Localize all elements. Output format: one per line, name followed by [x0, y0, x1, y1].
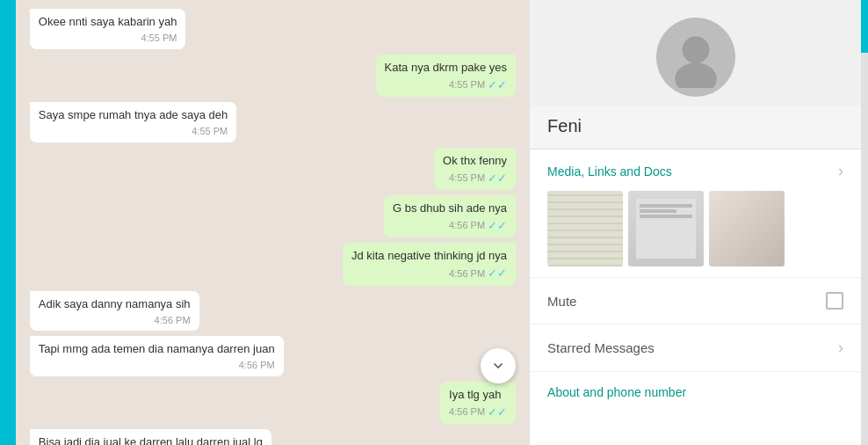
message-bubble-outgoing: Kata nya dkrm pake yes 4:55 PM ✓✓ [376, 55, 516, 97]
avatar-section [530, 0, 861, 106]
message-time: 4:56 PM [155, 314, 191, 327]
chevron-right-icon: › [838, 162, 843, 180]
media-thumbnail[interactable] [628, 191, 704, 266]
table-row: Tapi mmg ada temen dia namanya darren ju… [30, 336, 516, 376]
message-text: Tapi mmg ada temen dia namanya darren ju… [39, 342, 275, 355]
table-row: Ok thx fenny 4:55 PM ✓✓ [30, 148, 516, 190]
message-bubble-incoming: Tapi mmg ada temen dia namanya darren ju… [30, 336, 284, 376]
message-bubble-outgoing: G bs dhub sih ade nya 4:56 PM ✓✓ [384, 195, 516, 237]
mute-checkbox[interactable] [826, 292, 843, 310]
media-row [547, 191, 843, 266]
table-row: Kata nya dkrm pake yes 4:55 PM ✓✓ [30, 55, 516, 97]
read-tick-icon: ✓✓ [488, 77, 507, 93]
table-row: Saya smpe rumah tnya ade saya deh 4:55 P… [30, 102, 516, 142]
avatar [656, 18, 735, 97]
scrollbar-thumb[interactable] [861, 0, 868, 53]
chat-panel: Okee nnti saya kabarin yah 4:55 PM Kata … [16, 0, 530, 445]
chevron-right-icon: › [838, 339, 843, 357]
media-thumbnail[interactable] [709, 191, 785, 266]
message-time: 4:56 PM [239, 359, 275, 372]
message-text: Okee nnti saya kabarin yah [39, 15, 177, 28]
message-time: 4:55 PM [449, 171, 485, 185]
message-text: Jd kita negative thinking jd nya [351, 249, 507, 262]
messages-container[interactable]: Okee nnti saya kabarin yah 4:55 PM Kata … [16, 0, 530, 445]
mute-label: Mute [547, 294, 576, 309]
table-row: Adik saya danny namanya sih 4:56 PM [30, 291, 516, 332]
message-bubble-incoming: Saya smpe rumah tnya ade saya deh 4:55 P… [30, 102, 236, 142]
message-time: 4:56 PM [449, 219, 485, 232]
table-row: Iya tlg yah 4:56 PM ✓✓ [30, 382, 516, 424]
message-time: 4:55 PM [449, 78, 485, 91]
message-text: Saya smpe rumah tnya ade saya deh [39, 108, 228, 121]
right-scrollbar[interactable] [861, 0, 868, 445]
message-time: 4:56 PM [449, 405, 485, 419]
message-text: Iya tlg yah [449, 388, 501, 401]
message-text: Kata nya dkrm pake yes [385, 61, 507, 74]
read-tick-icon: ✓✓ [488, 218, 507, 234]
table-row: G bs dhub sih ade nya 4:56 PM ✓✓ [30, 195, 516, 237]
media-thumbnail[interactable] [547, 191, 623, 266]
table-row: Okee nnti saya kabarin yah 4:55 PM [30, 9, 516, 49]
starred-messages-label: Starred Messages [547, 340, 655, 355]
read-tick-icon: ✓✓ [488, 266, 507, 281]
scroll-down-button[interactable] [481, 348, 516, 383]
message-bubble-outgoing: Jd kita negative thinking jd nya 4:56 PM… [343, 243, 516, 285]
message-time: 4:55 PM [192, 125, 228, 138]
svg-point-1 [675, 62, 717, 88]
message-bubble-outgoing: Iya tlg yah 4:56 PM ✓✓ [440, 382, 516, 424]
message-text: Adik saya danny namanya sih [39, 297, 191, 310]
table-row: Bisa jadi dia jual ke darren lalu darren… [30, 429, 516, 445]
left-accent-bar [0, 0, 16, 445]
message-bubble-outgoing: Ok thx fenny 4:55 PM ✓✓ [434, 148, 516, 190]
message-bubble-incoming: Adik saya danny namanya sih 4:56 PM [30, 291, 199, 332]
message-text: Bisa jadi dia jual ke darren lalu darren… [39, 435, 263, 445]
message-time: 4:56 PM [449, 267, 485, 281]
message-bubble-incoming: Okee nnti saya kabarin yah 4:55 PM [30, 9, 186, 49]
starred-messages-row[interactable]: Starred Messages › [530, 325, 861, 372]
media-links-docs-header[interactable]: Media, Links and Docs › [530, 150, 861, 187]
media-thumbnails-section [530, 187, 861, 278]
svg-point-0 [682, 36, 709, 63]
about-phone-label: About and phone number [547, 385, 686, 399]
message-time: 4:55 PM [141, 32, 177, 45]
message-text: Ok thx fenny [443, 154, 507, 167]
media-links-docs-label: Media, Links and Docs [547, 164, 672, 179]
contact-name-section: Feni [530, 106, 861, 150]
table-row: Jd kita negative thinking jd nya 4:56 PM… [30, 243, 516, 285]
message-text: G bs dhub sih ade nya [393, 201, 507, 215]
mute-row[interactable]: Mute [530, 278, 861, 325]
read-tick-icon: ✓✓ [488, 171, 507, 186]
contact-info-panel: Feni Media, Links and Docs › [530, 0, 861, 445]
contact-name: Feni [547, 116, 843, 136]
message-bubble-incoming: Bisa jadi dia jual ke darren lalu darren… [30, 429, 271, 445]
about-phone-row[interactable]: About and phone number [530, 372, 861, 412]
read-tick-icon: ✓✓ [488, 405, 507, 420]
